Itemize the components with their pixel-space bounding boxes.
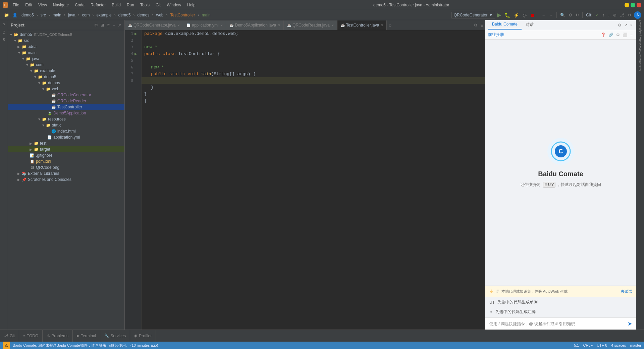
tab-close-button[interactable]: × (221, 23, 223, 27)
tree-item-demo5pkg[interactable]: ▼ 📁 demo5 (8, 74, 124, 80)
back-button[interactable]: ← (540, 12, 547, 18)
tree-item-example[interactable]: ▼ 📁 example (8, 68, 124, 74)
tab-close-button[interactable]: × (278, 23, 280, 27)
menu-view[interactable]: View (36, 2, 50, 8)
editor-settings-icon[interactable]: ⚙ (473, 23, 479, 28)
tab-qrcodereader[interactable]: ☕ QRCodeReader.java × (284, 20, 337, 30)
comate-nav-link[interactable]: 前往换肤 (488, 32, 504, 38)
breadcrumb-example[interactable]: example (95, 12, 113, 18)
comate-nav-icon-4[interactable]: ⬜ (622, 32, 628, 38)
comate-nav-icon-5[interactable]: − (630, 32, 633, 38)
status-position[interactable]: 5:1 (574, 343, 579, 347)
comate-tip-link[interactable]: 去试试 (621, 289, 632, 294)
scroll-icon[interactable]: ⟳ (106, 22, 111, 28)
breadcrumb-demo5[interactable]: demo5 (20, 12, 35, 18)
window-controls[interactable] (625, 3, 641, 7)
menu-git[interactable]: Git (153, 2, 163, 8)
tab-close-active-button[interactable]: × (381, 23, 383, 27)
coverage-button[interactable]: ⚡ (512, 12, 521, 18)
tree-item-pomxml[interactable]: ▶ 📋 pom.xml (8, 158, 124, 164)
menu-file[interactable]: File (10, 2, 22, 8)
bottom-tab-terminal[interactable]: ▶ Terminal (73, 330, 100, 342)
code-editor[interactable]: 1 ▶ 2 3 4 ▶ 5 (125, 30, 485, 330)
status-branch[interactable]: master (630, 343, 641, 347)
tree-item-idea[interactable]: ▶ 📁 .idea (8, 44, 124, 50)
status-line-ending[interactable]: CRLF (583, 343, 593, 347)
status-indent[interactable]: 4 spaces (611, 343, 626, 347)
bottom-tab-profiler[interactable]: ◉ Profiler (130, 330, 156, 342)
tree-item-demo5[interactable]: ▼ 📂 demo5 E:\IDEA_CODE\demo5 (8, 32, 124, 38)
tab-qrcodegenerator[interactable]: ☕ QRCodeGenerator.java × (125, 20, 183, 30)
bottom-tab-git[interactable]: ⎇ Git (0, 330, 19, 342)
menu-code[interactable]: Code (72, 2, 87, 8)
comate-action-ut[interactable]: UT 为选中的代码生成单测 (489, 298, 632, 306)
tree-item-static[interactable]: ▼ 📁 static (8, 122, 124, 128)
tree-item-gitignore[interactable]: ▶ 📝 .gitignore (8, 152, 124, 158)
structure-icon[interactable]: S (1, 36, 7, 43)
tab-demo5app[interactable]: ☕ Demo5Application.java × (226, 20, 284, 30)
tree-item-test[interactable]: ▶ 📁 test (8, 140, 124, 146)
right-icon-endpoints[interactable]: Endpoints (637, 31, 644, 38)
bottom-tab-todo[interactable]: ≡ TODO (19, 330, 43, 342)
debug-button[interactable]: 🐛 (503, 12, 512, 18)
gutter-run-icon[interactable]: ▶ (133, 32, 139, 36)
update-button[interactable]: ↻ (574, 12, 580, 18)
minimize-button[interactable] (625, 3, 629, 7)
comate-close-icon[interactable]: × (630, 22, 633, 28)
tab-testcontroller[interactable]: ☕ TestController.java × (337, 20, 387, 30)
tree-item-indexhtml[interactable]: ▶ 🌐 index.html (8, 128, 124, 134)
profile-button[interactable]: ◎ (521, 12, 528, 18)
tree-item-web[interactable]: ▼ 📁 web (8, 86, 124, 92)
menu-build[interactable]: Build (109, 2, 123, 8)
tab-close-button[interactable]: × (332, 23, 334, 27)
toolbar-profile-icon[interactable]: 👤 (11, 12, 19, 18)
user-avatar[interactable]: A (634, 11, 641, 19)
breadcrumb-java[interactable]: java (67, 12, 77, 18)
tree-item-demos[interactable]: ▼ 📁 demos (8, 80, 124, 86)
tree-item-src[interactable]: ▼ 📁 src (8, 38, 124, 44)
layout-icon[interactable]: ⊞ (100, 22, 105, 28)
tree-item-external-libs[interactable]: ▶ 📚 External Libraries (8, 170, 124, 177)
comate-send-button[interactable]: ➤ (628, 320, 632, 327)
tree-item-target[interactable]: ▶ 📁 target (8, 146, 124, 152)
breadcrumb-demos[interactable]: demos (136, 12, 151, 18)
status-encoding[interactable]: UTF-8 (597, 343, 607, 347)
forward-button[interactable]: → (548, 12, 554, 18)
gear-icon[interactable]: ⚙ (94, 22, 99, 28)
tab-applicationyml[interactable]: 📄 application.yml × (183, 20, 226, 30)
toolbar-project-icon[interactable]: 📁 (3, 12, 10, 18)
run-button[interactable]: ▶ (496, 11, 502, 19)
comate-nav-icon-3[interactable]: ⚙ (615, 32, 621, 38)
comate-nav-icon-2[interactable]: 🔗 (608, 32, 614, 38)
right-icon-notifications[interactable]: Notifications (637, 59, 644, 66)
tree-item-demo5app[interactable]: ▶ 🍃 Demo5Application (8, 110, 124, 116)
bottom-tab-services[interactable]: 🔧 Services (100, 330, 130, 342)
code-content[interactable]: package com.example.demo5.demos.web; new… (142, 30, 485, 330)
breadcrumb-main-method[interactable]: main (201, 12, 212, 18)
expand-panel-icon[interactable]: ↗ (117, 22, 122, 28)
bottom-tab-problems[interactable]: ⚠ Problems (43, 330, 73, 342)
git-check-icon[interactable]: ✓ (594, 12, 600, 18)
menu-window[interactable]: Window (164, 2, 184, 8)
tab-close-button[interactable]: × (177, 23, 179, 27)
comate-nav-icon-1[interactable]: ❓ (600, 32, 606, 38)
code-empty-space[interactable] (142, 104, 485, 238)
editor-layout-icon[interactable]: ⊟ (479, 23, 485, 28)
stop-button[interactable]: ⏹ (529, 12, 536, 18)
cursor-area[interactable]: | (142, 97, 485, 104)
breadcrumb-testcontroller[interactable]: TestController (169, 12, 197, 18)
project-icon[interactable]: P (1, 21, 7, 28)
more-tabs-button[interactable]: » (387, 22, 393, 28)
comate-expand-icon[interactable]: ↗ (624, 22, 628, 28)
comate-action-comment[interactable]: ✦ 为选中的代码生成注释 (489, 308, 632, 316)
git-rollback-icon[interactable]: ↺ (627, 12, 633, 18)
menu-help[interactable]: Help (184, 2, 198, 8)
tree-item-testcontroller[interactable]: ▶ ☕ TestController (8, 104, 124, 110)
menu-run[interactable]: Run (124, 2, 137, 8)
comate-tab-main[interactable]: Baidu Comate (488, 20, 522, 30)
tree-item-java[interactable]: ▼ 📁 java (8, 56, 124, 62)
comate-chat-input[interactable] (489, 321, 625, 326)
tree-item-resources[interactable]: ▼ 📁 resources (8, 116, 124, 122)
git-branch-icon[interactable]: ⎇ (619, 12, 626, 18)
tree-item-qrcodereader[interactable]: ▶ ☕ QRCodeReader (8, 98, 124, 104)
